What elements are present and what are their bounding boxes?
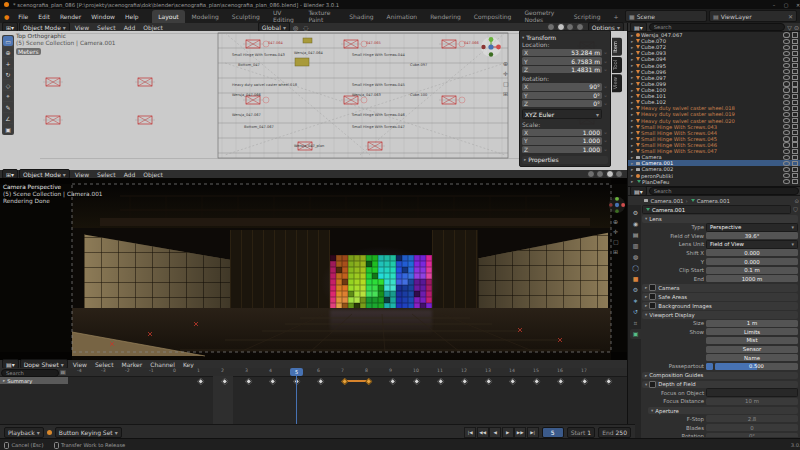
rotation-field[interactable]: Y0° — [522, 92, 602, 99]
expand-arrow-icon[interactable]: ▸ — [631, 149, 635, 154]
disable-in-render-icon[interactable] — [792, 106, 798, 111]
outliner-item[interactable]: ▸ PlanDeFeu — [628, 179, 800, 185]
frame-start-field[interactable]: Start1 — [567, 427, 596, 438]
passepartout-slider[interactable]: 0.500 — [715, 363, 798, 370]
expand-arrow-icon[interactable]: ▸ — [631, 173, 635, 178]
nav-gizmo[interactable] — [608, 196, 626, 214]
expand-arrow-icon[interactable]: ▸ — [631, 112, 635, 117]
panel-header-collapsed[interactable]: ▸Camera — [642, 284, 798, 292]
disable-in-render-icon[interactable] — [792, 87, 798, 92]
expand-arrow-icon[interactable]: ▸ — [631, 75, 635, 80]
dope-sheet-menu-item[interactable]: Key — [179, 361, 198, 368]
editor-type-button[interactable]: ▤▾ — [630, 186, 647, 196]
tool-button[interactable]: ∠ — [3, 113, 13, 123]
panel-header-dof[interactable]: ▾Depth of Field — [642, 381, 798, 389]
keying-set-dropdown[interactable]: Button Keying Set▾ — [55, 427, 122, 438]
properties-tab-object-data-icon[interactable]: ▣ — [630, 329, 641, 339]
panel-checkbox[interactable] — [649, 284, 656, 291]
playback-button[interactable]: ▶ — [502, 427, 514, 438]
hide-in-viewport-icon[interactable] — [783, 100, 790, 105]
viewport-menu-item[interactable]: Object — [139, 24, 167, 31]
keyframe[interactable] — [245, 378, 253, 386]
hide-in-viewport-icon[interactable] — [783, 161, 790, 166]
keyframe[interactable] — [389, 378, 397, 386]
expand-arrow-icon[interactable]: ▸ — [631, 81, 635, 86]
app-menu-icon[interactable]: ● — [0, 13, 13, 20]
panel-header-lens[interactable]: ▾Lens — [642, 215, 798, 223]
frame-end-field[interactable]: End250 — [598, 427, 631, 438]
view-layer-selector[interactable]: ▤ ViewLayer ✕ — [709, 10, 797, 22]
breadcrumb-data[interactable]: Camera.001 — [697, 198, 730, 204]
property-field[interactable]: 0.000 — [706, 249, 798, 256]
workspace-tab[interactable]: + — [607, 10, 624, 23]
close-button[interactable]: ✕ — [792, 0, 800, 9]
hide-in-viewport-icon[interactable] — [783, 94, 790, 99]
keyframe[interactable] — [317, 378, 325, 386]
pan-icon[interactable]: ✛ — [613, 228, 619, 235]
properties-tab-modifiers-icon[interactable]: ⚙ — [630, 285, 641, 295]
property-field[interactable]: 2.8 — [706, 415, 798, 422]
shading-wireframe-icon[interactable] — [587, 170, 595, 178]
keyframe[interactable] — [413, 378, 421, 386]
menu-item[interactable]: File — [13, 9, 33, 23]
animate-dot-icon[interactable]: ◦ — [603, 137, 608, 144]
hide-in-viewport-icon[interactable] — [783, 81, 790, 86]
maximize-button[interactable]: ▢ — [780, 0, 792, 9]
keyframe[interactable] — [581, 378, 589, 386]
current-frame-field[interactable]: 5 — [542, 427, 564, 438]
property-field[interactable] — [706, 388, 798, 397]
property-field[interactable]: Field of View — [706, 240, 798, 249]
n-panel-tab[interactable]: View — [612, 74, 622, 92]
disable-in-render-icon[interactable] — [792, 81, 798, 86]
tool-button[interactable]: ✎ — [3, 102, 13, 112]
property-field[interactable]: Perspective — [706, 223, 798, 232]
scale-field[interactable]: Z1.000 — [522, 146, 602, 153]
summary-channel[interactable]: ▸Summary — [0, 377, 68, 384]
properties-tab-particles-icon[interactable]: ∗ — [630, 296, 641, 306]
panel-header-viewport-display[interactable]: ▾Viewport Display — [642, 311, 798, 319]
filter-icon[interactable]: ▽ — [787, 24, 792, 31]
properties-subpanel-header[interactable]: ▸Properties — [522, 156, 608, 164]
workspace-tab[interactable]: UV Editing — [267, 10, 302, 23]
animate-dot-icon[interactable]: ◦ — [603, 49, 608, 56]
workspace-tab[interactable]: Compositing — [468, 10, 518, 23]
playhead-frame-badge[interactable]: 5 — [290, 368, 303, 376]
tool-button[interactable]: ◇ — [3, 80, 13, 90]
expand-arrow-icon[interactable]: ▸ — [631, 33, 635, 38]
playback-button[interactable]: ▶▶ — [514, 427, 526, 438]
playback-button[interactable]: ◀ — [489, 427, 501, 438]
property-field[interactable]: Sensor — [706, 346, 798, 353]
workspace-tab[interactable]: Layout — [152, 10, 184, 23]
dope-sheet-search-input[interactable] — [1, 369, 59, 377]
keyframe[interactable] — [533, 378, 541, 386]
expand-arrow-icon[interactable]: ▸ — [631, 88, 635, 93]
filter-toggle-icon[interactable]: ⊟ — [60, 370, 66, 375]
keyframe[interactable] — [485, 378, 493, 386]
expand-arrow-icon[interactable]: ▸ — [631, 130, 635, 135]
disable-in-render-icon[interactable] — [792, 136, 798, 141]
panel-header-collapsed[interactable]: ▸Background Images — [642, 302, 798, 310]
scale-field[interactable]: X1.000 — [522, 129, 602, 136]
hide-in-viewport-icon[interactable] — [783, 136, 790, 141]
zoom-icon[interactable]: ⊕ — [503, 60, 509, 67]
expand-arrow-icon[interactable]: ▸ — [631, 100, 635, 105]
rotation-field[interactable]: X90° — [522, 83, 602, 90]
properties-tab-world-icon[interactable]: ◯ — [630, 263, 641, 273]
minimize-button[interactable]: – — [768, 0, 780, 9]
property-field[interactable]: 39.6° — [706, 232, 798, 239]
toggle-ortho-icon[interactable]: ⊞ — [503, 90, 509, 97]
expand-arrow-icon[interactable]: ▸ — [631, 69, 635, 74]
fake-user-icon[interactable]: ⛉ — [793, 206, 798, 214]
animate-dot-icon[interactable]: ◦ — [603, 146, 608, 153]
hide-in-viewport-icon[interactable] — [783, 167, 790, 172]
expand-arrow-icon[interactable]: ▸ — [631, 57, 635, 62]
shading-solid-icon[interactable] — [596, 170, 604, 178]
expand-arrow-icon[interactable]: ▸ — [631, 167, 635, 172]
animate-dot-icon[interactable]: ◦ — [603, 100, 608, 107]
expand-arrow-icon[interactable]: ▸ — [631, 124, 635, 129]
disable-in-render-icon[interactable] — [792, 32, 798, 37]
playhead[interactable] — [296, 368, 297, 424]
animate-dot-icon[interactable]: ◦ — [603, 58, 608, 65]
hide-in-viewport-icon[interactable] — [783, 155, 790, 160]
disable-in-render-icon[interactable] — [792, 57, 798, 62]
